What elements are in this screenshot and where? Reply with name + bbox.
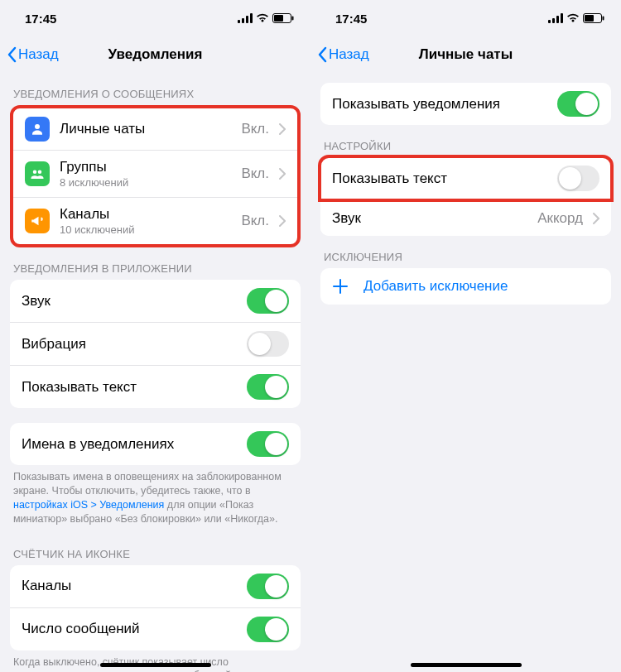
toggle-show-notifications[interactable] <box>557 91 599 117</box>
row-show-notifications[interactable]: Показывать уведомления <box>320 83 611 125</box>
svg-rect-13 <box>561 13 563 23</box>
row-label: Число сообщений <box>22 621 237 637</box>
section-header-badge: СЧЁТЧИК НА ИКОНКЕ <box>0 533 310 565</box>
inapp-group: Звук Вибрация Показывать текст <box>10 280 301 408</box>
signal-icon <box>548 13 563 23</box>
row-label: Звук <box>22 293 237 310</box>
person-icon <box>25 117 50 142</box>
section-header-settings: НАСТРОЙКИ <box>310 125 621 157</box>
plus-icon <box>332 278 349 295</box>
row-sound[interactable]: Звук <box>10 280 301 322</box>
row-value: Вкл. <box>241 121 269 137</box>
add-exception-button[interactable]: Добавить исключение <box>320 268 611 305</box>
svg-rect-11 <box>552 18 555 23</box>
section-header-inapp: УВЕДОМЛЕНИЯ В ПРИЛОЖЕНИИ <box>0 247 310 280</box>
chevron-left-icon <box>317 46 327 63</box>
battery-icon <box>583 13 604 23</box>
content-scroll[interactable]: УВЕДОМЛЕНИЯ О СООБЩЕНИЯХ Личные чаты Вкл… <box>0 73 310 672</box>
left-screenshot: 17:45 Назад Уведомления УВЕДОМЛЕНИЯ О СО… <box>0 0 310 672</box>
status-time: 17:45 <box>25 12 56 26</box>
battery-icon <box>272 13 294 23</box>
toggle-sound[interactable] <box>247 288 289 314</box>
message-notifications-group: Личные чаты Вкл. Группы 8 исключений Вкл… <box>10 105 301 247</box>
badge-footer: Когда выключено, счётчик показывает числ… <box>0 650 310 673</box>
svg-rect-2 <box>246 16 248 23</box>
chevron-right-icon <box>593 213 599 224</box>
section-header-messages: УВЕДОМЛЕНИЯ О СООБЩЕНИЯХ <box>0 73 310 105</box>
toggle-badge-count[interactable] <box>247 617 289 642</box>
svg-rect-12 <box>556 16 559 23</box>
svg-rect-1 <box>242 18 244 23</box>
nav-bar: Назад Уведомления <box>0 36 310 73</box>
status-bar: 17:45 <box>0 0 310 36</box>
group-icon <box>25 161 50 186</box>
row-sound[interactable]: Звук Аккорд <box>320 199 611 236</box>
names-group: Имена в уведомлениях <box>10 423 301 465</box>
status-indicators <box>238 13 294 23</box>
row-names[interactable]: Имена в уведомлениях <box>10 423 301 465</box>
toggle-vibration[interactable] <box>247 331 289 357</box>
ios-settings-link[interactable]: настройках iOS > Уведомления <box>13 499 164 511</box>
toggle-show-text[interactable] <box>557 166 599 191</box>
toggle-showtext[interactable] <box>247 374 289 400</box>
row-value: Аккорд <box>537 210 583 227</box>
row-label: Группы <box>60 159 231 175</box>
megaphone-icon <box>25 209 50 233</box>
content-scroll[interactable]: Показывать уведомления НАСТРОЙКИ Показыв… <box>310 73 621 672</box>
row-groups[interactable]: Группы 8 исключений Вкл. <box>13 150 297 197</box>
right-screenshot: 17:45 Назад Личные чаты Показывать уведо… <box>310 0 621 672</box>
row-label: Каналы <box>22 578 237 594</box>
settings-group: Показывать текст Звук Аккорд <box>320 157 611 236</box>
svg-point-9 <box>38 170 42 175</box>
svg-rect-15 <box>585 15 594 22</box>
back-button[interactable]: Назад <box>317 46 369 63</box>
row-vibration[interactable]: Вибрация <box>10 322 301 365</box>
add-exception-label: Добавить исключение <box>363 278 508 295</box>
svg-point-7 <box>35 124 40 129</box>
row-sublabel: 10 исключений <box>60 223 231 236</box>
toggle-names[interactable] <box>247 431 289 457</box>
svg-rect-5 <box>274 15 283 22</box>
names-footer: Показывать имена в оповещениях на заблок… <box>0 465 310 533</box>
nav-bar: Назад Личные чаты <box>310 36 621 73</box>
svg-rect-10 <box>548 20 551 23</box>
chevron-right-icon <box>279 123 286 135</box>
row-label: Показывать текст <box>22 379 237 396</box>
svg-rect-6 <box>292 17 294 21</box>
row-value: Вкл. <box>241 213 269 229</box>
row-private-chats[interactable]: Личные чаты Вкл. <box>13 108 297 150</box>
exceptions-group: Добавить исключение <box>320 268 611 305</box>
row-show-text[interactable]: Показывать текст <box>320 157 611 199</box>
status-bar: 17:45 <box>310 0 621 36</box>
section-header-exceptions: ИСКЛЮЧЕНИЯ <box>310 236 621 268</box>
row-value: Вкл. <box>241 166 269 182</box>
signal-icon <box>238 13 253 23</box>
status-time: 17:45 <box>335 12 367 26</box>
row-channels[interactable]: Каналы 10 исключений Вкл. <box>13 197 297 244</box>
row-label: Имена в уведомлениях <box>22 436 237 453</box>
svg-rect-16 <box>603 17 604 21</box>
row-label: Личные чаты <box>60 121 231 137</box>
row-label: Каналы <box>60 206 231 223</box>
wifi-icon <box>256 13 269 23</box>
back-button[interactable]: Назад <box>7 46 59 63</box>
back-label: Назад <box>18 46 59 63</box>
svg-rect-0 <box>238 20 240 23</box>
row-label: Показывать текст <box>332 170 547 187</box>
back-label: Назад <box>329 46 369 63</box>
svg-point-8 <box>33 170 37 175</box>
row-label: Звук <box>332 210 527 227</box>
row-showtext[interactable]: Показывать текст <box>10 365 301 408</box>
home-indicator <box>411 663 522 667</box>
toggle-badge-channels[interactable] <box>247 574 289 599</box>
row-sublabel: 8 исключений <box>60 176 231 189</box>
status-indicators <box>548 13 604 23</box>
home-indicator <box>100 663 211 667</box>
chevron-right-icon <box>279 215 286 227</box>
row-badge-channels[interactable]: Каналы <box>10 565 301 607</box>
show-notifications-group: Показывать уведомления <box>320 83 611 125</box>
row-label: Показывать уведомления <box>332 96 547 113</box>
badge-group: Каналы Число сообщений <box>10 565 301 650</box>
wifi-icon <box>566 13 580 23</box>
row-badge-count[interactable]: Число сообщений <box>10 607 301 650</box>
